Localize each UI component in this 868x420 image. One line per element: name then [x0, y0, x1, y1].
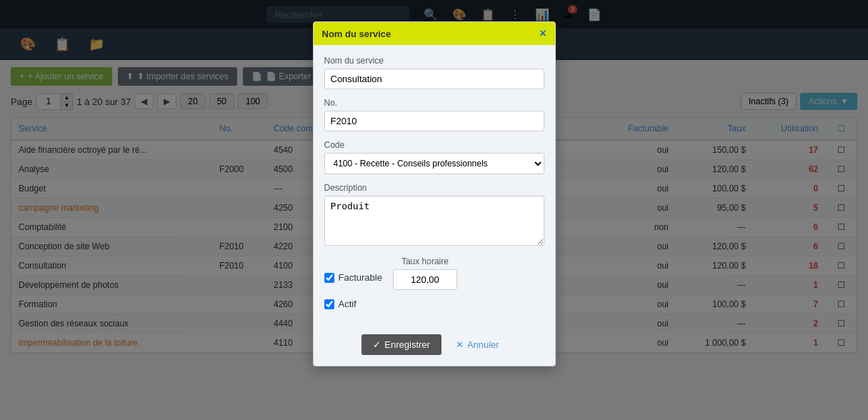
service-modal: Nom du service × Nom du service No. Code…: [313, 21, 556, 366]
modal-footer: ✓ Enregistrer ✕ Annuler: [314, 327, 555, 366]
modal-close-button[interactable]: ×: [539, 28, 546, 39]
modal-title: Nom du service: [322, 29, 391, 39]
modal-overlay: Nom du service × Nom du service No. Code…: [0, 0, 868, 420]
cancel-button[interactable]: ✕ Annuler: [449, 334, 507, 355]
code-select[interactable]: 4100 - Recette - Conseils professionnels: [324, 153, 544, 174]
facturable-group: Facturable: [324, 272, 382, 283]
actif-group: Actif: [324, 299, 544, 309]
code-label: Code: [324, 140, 544, 150]
no-group: No.: [324, 98, 544, 131]
facturable-checkbox[interactable]: [324, 273, 334, 283]
actif-label: Actif: [339, 299, 356, 309]
cancel-label: Annuler: [467, 339, 499, 350]
save-label: Enregistrer: [384, 339, 430, 350]
facturable-label: Facturable: [339, 272, 382, 283]
code-group: Code 4100 - Recette - Conseils professio…: [324, 140, 544, 174]
description-group: Description Produit: [324, 183, 544, 248]
cancel-icon: ✕: [456, 339, 464, 350]
description-textarea[interactable]: Produit: [324, 196, 544, 246]
modal-body: Nom du service No. Code 4100 - Recette -…: [314, 45, 555, 327]
taux-row: Facturable Taux horaire: [324, 256, 544, 290]
actif-checkbox[interactable]: [324, 299, 334, 309]
description-label: Description: [324, 183, 544, 193]
taux-input-group: Taux horaire: [393, 256, 457, 290]
no-input[interactable]: [324, 111, 544, 131]
service-name-group: Nom du service: [324, 56, 544, 89]
service-name-input[interactable]: [324, 69, 544, 89]
save-icon: ✓: [373, 339, 381, 350]
no-label: No.: [324, 98, 544, 108]
save-button[interactable]: ✓ Enregistrer: [361, 334, 442, 355]
modal-header: Nom du service ×: [314, 22, 555, 45]
service-name-label: Nom du service: [324, 56, 544, 66]
taux-label: Taux horaire: [393, 256, 457, 266]
taux-input[interactable]: [393, 269, 457, 290]
